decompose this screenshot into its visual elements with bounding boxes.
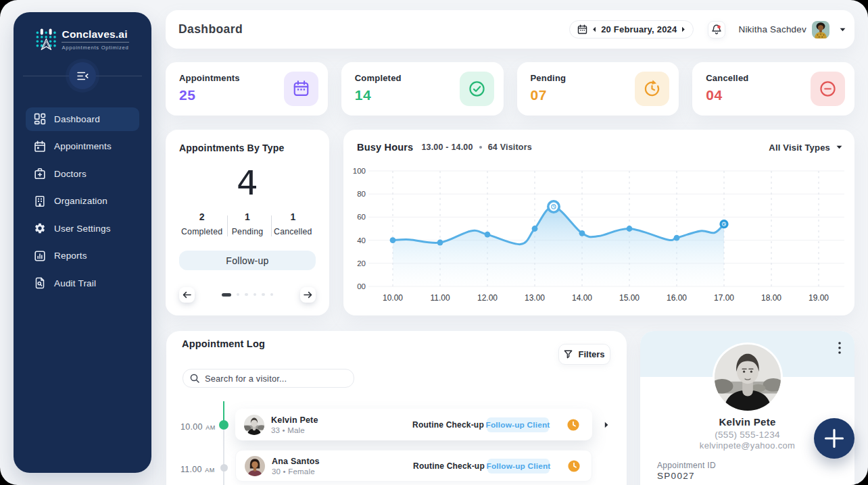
sidebar-menu: Dashboard Appointments xyxy=(26,107,139,299)
visit-type-filter-label: All Visit Types xyxy=(769,143,830,153)
brand: Conclaves.ai Appointments Optimized xyxy=(14,28,151,51)
by-type-count: 1 xyxy=(270,211,316,222)
appointment-row[interactable]: Ana Santos 30 • Female Routine Check-up … xyxy=(235,450,592,482)
filters-button[interactable]: Filters xyxy=(558,344,610,365)
notifications-button[interactable] xyxy=(708,21,725,39)
pagination-dot[interactable] xyxy=(262,293,265,297)
sidebar-item-label: Organization xyxy=(54,196,107,206)
chart-area xyxy=(390,201,729,286)
next-page-button[interactable] xyxy=(300,287,316,303)
busy-hours-visitors: 64 Visitors xyxy=(488,143,532,152)
by-type-label: Cancelled xyxy=(270,227,316,236)
appointments-by-type-card: Appointments By Type 4 2 Completed 1 Pen… xyxy=(166,130,329,315)
timeline-time-meridiem: AM xyxy=(205,467,215,474)
svg-text:18.00: 18.00 xyxy=(761,293,781,303)
busy-hours-range: 13.00 - 14.00 xyxy=(421,143,473,152)
filters-label: Filters xyxy=(578,349,604,359)
busy-hours-header: Busy Hours 13.00 - 14.00 64 Visitors All… xyxy=(357,142,842,153)
sidebar-item-user-settings[interactable]: User Settings xyxy=(26,217,139,240)
visitor-avatar xyxy=(244,415,264,435)
chevron-down-icon xyxy=(836,145,842,149)
date-prev-arrow-icon[interactable] xyxy=(592,26,596,32)
sidebar-item-dashboard[interactable]: Dashboard xyxy=(26,107,139,131)
follow-up-tag[interactable]: Follow-up xyxy=(179,251,316,270)
by-type-cancelled: 1 Cancelled xyxy=(270,211,316,236)
dashboard-icon xyxy=(34,113,46,125)
page-title: Dashboard xyxy=(178,22,243,36)
by-type-title: Appointments By Type xyxy=(179,143,284,153)
visitor-name-block: Kelvin Pete 33 • Male xyxy=(271,415,318,434)
user-name: Nikitha Sachdev xyxy=(738,24,806,34)
visitor-name: Kelvin Pete xyxy=(271,415,318,425)
stat-card-cancelled[interactable]: Cancelled 04 xyxy=(692,62,854,116)
medical-bag-icon xyxy=(34,168,46,180)
date-picker[interactable]: 20 February, 2024 xyxy=(569,20,694,39)
check-circle-icon xyxy=(460,72,494,106)
pagination-dots[interactable] xyxy=(195,293,300,297)
brand-tagline: Appointments Optimized xyxy=(62,45,128,51)
user-menu[interactable]: Nikitha Sachdev xyxy=(738,21,846,39)
busy-hours-title: Busy Hours xyxy=(357,142,413,153)
by-type-label: Pending xyxy=(224,227,270,236)
stat-card-appointments[interactable]: Appointments 25 xyxy=(166,62,328,116)
user-avatar xyxy=(812,21,829,39)
visit-type-filter[interactable]: All Visit Types xyxy=(769,143,842,153)
svg-text:100: 100 xyxy=(353,167,366,175)
timeline-time: 11.00 AM xyxy=(180,463,218,475)
pagination-dot-active[interactable] xyxy=(222,293,231,297)
visitor-detail-card: Kelvin Pete (555) 555-1234 kelvinpete@ya… xyxy=(640,331,854,485)
pagination-dot[interactable] xyxy=(254,293,257,297)
sidebar-item-label: Dashboard xyxy=(54,114,100,124)
timeline-time-value: 11.00 xyxy=(180,465,202,474)
sidebar-item-audit-trail[interactable]: Audit Trail xyxy=(26,272,139,295)
chevron-down-icon xyxy=(840,28,846,32)
sidebar-item-doctors[interactable]: Doctors xyxy=(26,162,139,186)
add-appointment-button[interactable] xyxy=(814,418,854,459)
arrow-left-icon xyxy=(183,291,191,299)
calendar-icon xyxy=(34,141,46,153)
timeline-dot-active xyxy=(219,420,228,430)
appointment-row[interactable]: Kelvin Pete 33 • Male Routine Check-up F… xyxy=(235,409,592,440)
stat-card-pending[interactable]: Pending 07 xyxy=(517,62,679,116)
svg-text:80: 80 xyxy=(357,190,366,198)
app-window: Conclaves.ai Appointments Optimized xyxy=(0,0,868,485)
date-next-arrow-icon[interactable] xyxy=(681,26,685,32)
document-search-icon xyxy=(34,277,46,289)
prev-page-button[interactable] xyxy=(179,287,195,303)
search-box[interactable] xyxy=(183,369,354,388)
sidebar-item-organization[interactable]: Organization xyxy=(26,190,139,213)
timeline-time-value: 10.00 xyxy=(180,422,203,432)
svg-text:16.00: 16.00 xyxy=(667,293,687,303)
client-badge: Follow-up Client xyxy=(487,459,550,474)
pagination-dot[interactable] xyxy=(270,293,274,297)
sidebar-item-appointments[interactable]: Appointments xyxy=(26,135,139,159)
svg-text:15.00: 15.00 xyxy=(619,293,640,303)
visitor-meta: 33 • Male xyxy=(271,426,318,434)
visitor-detail-avatar xyxy=(715,344,781,411)
topbar: Dashboard xyxy=(166,10,854,49)
busy-hours-card: 100806040200010.0011.0012.0013.0014.0015… xyxy=(343,130,854,315)
plus-icon xyxy=(824,428,844,449)
sidebar-collapse-button[interactable] xyxy=(69,62,96,89)
stat-cards: Appointments 25 Completed 14 xyxy=(166,62,854,116)
appointment-log-card: Appointment Log Filters 10.00 AM 11.00 A… xyxy=(166,331,627,485)
svg-text:14.00: 14.00 xyxy=(572,293,592,303)
by-type-breakdown: 2 Completed 1 Pending 1 Cancelled xyxy=(179,211,316,236)
row-expand-chevron-icon[interactable] xyxy=(604,422,608,428)
building-icon xyxy=(34,195,46,207)
stat-card-completed[interactable]: Completed 14 xyxy=(341,62,504,116)
timeline-time: 10.00 AM xyxy=(180,420,218,432)
appointment-log-title: Appointment Log xyxy=(182,338,265,349)
visitor-avatar xyxy=(245,456,265,476)
pagination-dot[interactable] xyxy=(245,293,248,297)
sidebar-item-reports[interactable]: Reports xyxy=(26,245,139,268)
pagination-dot[interactable] xyxy=(237,293,240,297)
by-type-pending: 1 Pending xyxy=(224,211,270,236)
by-type-label: Completed xyxy=(179,227,224,236)
calendar-icon xyxy=(284,72,318,106)
search-input[interactable] xyxy=(205,374,347,384)
kebab-menu-icon[interactable] xyxy=(838,342,841,354)
topbar-actions: 20 February, 2024 Nikitha Sachdev xyxy=(569,20,846,39)
timeline-dot xyxy=(220,464,228,471)
brand-name: Conclaves.ai xyxy=(62,28,128,43)
